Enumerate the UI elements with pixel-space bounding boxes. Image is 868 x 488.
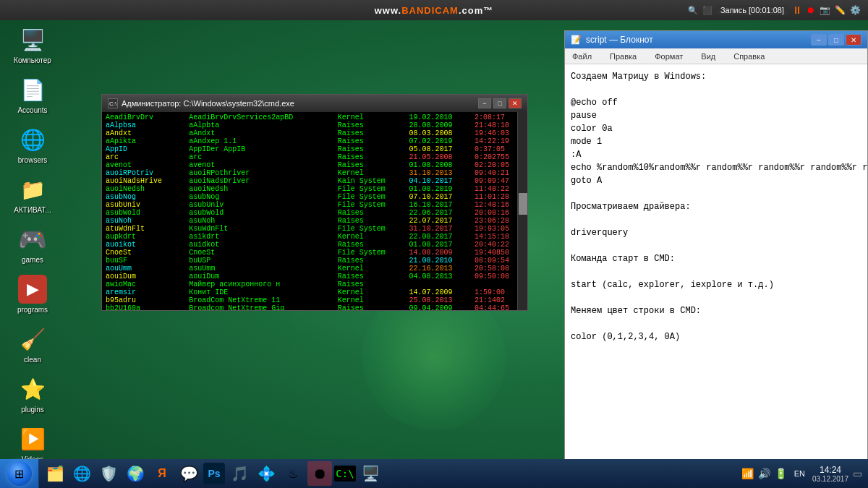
cmd-titlebar[interactable]: C:\ Администратор: C:\Windows\system32\c… [102,95,527,112]
notepad-title: 📝 script — Блокнот [571,35,653,45]
table-row: buuSF buUSP Raises 21.08.2010 08:09:54 [103,257,526,265]
menu-file[interactable]: Файл [569,51,595,62]
table-row: b95adru BroadCom NetXtreme 11 Kernel 25.… [103,296,526,304]
table-row: asubUniv asubUniv File System 16.10.2017… [103,201,526,209]
table-row: AppID AppIDer AppIB Raises 05.08.2017 0:… [103,145,526,153]
cmd-content: AeadiBrvDrv AeadiBrvDrvServices2apBD Ker… [102,112,527,310]
table-row: awioMac Майвер асинхронного н Raises [103,281,526,288]
lang-indicator[interactable]: EN [791,468,808,479]
cmd-scrollbar[interactable] [517,112,527,310]
computer-label: Компьютер [14,56,51,64]
cmd-window-buttons: − □ ✕ [478,98,522,108]
taskbar-right: 📶 🔊 🔋 EN 14:24 03.12.2017 ▭ [736,465,868,483]
games-label: games [22,256,43,264]
clean-label: clean [24,356,41,364]
browsers-icon: 🌐 [18,125,47,154]
cmd-window: C:\ Администратор: C:\Windows\system32\c… [101,94,528,311]
table-row: CnoeSt CnoeSt File System 14.08.2009 19:… [103,249,526,257]
table-row: asubWold asubWold Raises 22.06.2017 20:0… [103,209,526,217]
taskbar-icon-folder[interactable]: 🖥️ [358,461,383,486]
notepad-titlebar[interactable]: 📝 script — Блокнот − □ ✕ [565,31,867,48]
desktop-icon-videos[interactable]: ▶️ Videos [7,424,58,463]
taskbar-icon-chrome[interactable]: 🌍 [123,461,148,486]
table-row: bb2U160a Broadcom NetXtreme Gig Raises 0… [103,304,526,310]
notepad-window-buttons: − □ ✕ [811,34,861,46]
bandicam-controls: 🔍 ⬛ Запись [00:01:08] ⏸ ⏺ 📷 ✏️ ⚙️ [688,4,861,16]
table-row: asuNoh asuNoh Raises 22.07.2017 23:06:28 [103,217,526,225]
cmd-table: AeadiBrvDrv AeadiBrvDrvServices2apBD Ker… [103,114,526,310]
taskbar-icon-ps[interactable]: Ps [203,463,225,484]
taskbar-icon-explorer[interactable]: 🗂️ [43,461,67,486]
menu-help[interactable]: Справка [730,51,768,62]
computer-icon: 🖥️ [18,25,47,54]
desktop-icon-browsers[interactable]: 🌐 browsers [7,125,58,164]
clock-time: 14:24 [812,465,848,475]
table-row: aouUmm asuUmm Kernel 22.16.2013 20:58:08 [103,265,526,273]
start-orb: ⊞ [7,461,32,486]
taskbar: ⊞ 🗂️ 🌐 🛡️ 🌍 Я 💬 Ps 🎵 💠 ♨ ⏺ C:\ 🖥️ 📶 🔊 🔋 … [0,459,868,488]
tray-icon-volume: 🔊 [758,468,770,479]
cmd-scroll-thumb[interactable] [519,193,527,215]
desktop-icon-clean[interactable]: 🧹 clean [7,325,58,364]
table-row: arc arc Raises 21.05.2008 0:202755 [103,153,526,161]
cmd-close-button[interactable]: ✕ [509,98,522,108]
table-row: asubNog asubNog File System 07.10.2017 1… [103,193,526,201]
cmd-minimize-button[interactable]: − [478,98,491,108]
activate-icon: 📁 [18,175,47,204]
taskbar-icon-record[interactable]: ⏺ [307,461,332,486]
table-row: auoiNedsh auoiNedsh File System 01.08.20… [103,185,526,193]
taskbar-icon-ie[interactable]: 🌐 [69,461,94,486]
notepad-content[interactable]: Создаем Матрицу в Windows: @echo off pau… [565,64,867,463]
menu-format[interactable]: Формат [651,51,686,62]
desktop-icon-games[interactable]: 🎮 games [7,225,58,264]
table-row: aouiDum aouiDum Raises 04.08.2013 09:50:… [103,273,526,281]
taskbar-icon-cmd[interactable]: C:\ [334,466,356,481]
desktop-icon-plugins[interactable]: ⭐ plugins [7,374,58,414]
taskbar-icon-security[interactable]: 🛡️ [96,461,121,486]
cmd-icon: C:\ [108,98,118,108]
menu-edit[interactable]: Правка [606,51,640,62]
table-row: auoiRPotriv auoiRPothriver Kernel 31.10.… [103,169,526,177]
cmd-maximize-button[interactable]: □ [493,98,506,108]
table-row: aremsir Конит IDE Kernel 14.07.2009 1:59… [103,288,526,296]
tray-icon-network: 📶 [741,468,754,479]
notepad-window: 📝 script — Блокнот − □ ✕ Файл Правка Фор… [564,30,868,479]
games-icon: 🎮 [18,225,47,254]
start-button[interactable]: ⊞ [0,459,39,488]
notepad-close-button[interactable]: ✕ [846,34,861,46]
record-time: Запись [00:01:08] [717,5,788,15]
table-row: aApikta aAndxep 1.1 Raises 07.02.2019 14… [103,137,526,145]
accounts-label: Accounts [17,106,47,114]
videos-icon: ▶️ [18,424,47,453]
menu-view[interactable]: Вид [697,51,719,62]
taskbar-icon-steam[interactable]: ♨ [281,461,305,486]
desktop-icon-activate[interactable]: 📁 АКТИВАТ... [7,175,58,214]
desktop-icon-accounts[interactable]: 📄 Accounts [7,75,58,114]
clock[interactable]: 14:24 03.12.2017 [812,465,848,483]
desktop-icon-programs[interactable]: ▶ programs [7,275,58,314]
taskbar-pinned-items: 🗂️ 🌐 🛡️ 🌍 Я 💬 Ps 🎵 💠 ♨ ⏺ C:\ 🖥️ [39,461,736,486]
notepad-maximize-button[interactable]: □ [828,34,844,46]
desktop-icon-computer[interactable]: 🖥️ Компьютер [7,25,58,64]
table-row: auoikot auidkot Raises 01.08.2017 20:40:… [103,241,526,249]
tray-show-desktop[interactable]: ▭ [853,468,862,479]
notepad-minimize-button[interactable]: − [811,34,827,46]
programs-label: programs [17,306,48,314]
taskbar-icon-app1[interactable]: 🎵 [227,461,252,486]
accounts-icon: 📄 [18,75,47,104]
plugins-icon: ⭐ [18,374,47,403]
table-row: aupkdrt asikdrt Kernel 22.08.2017 14:15:… [103,233,526,241]
cmd-title: C:\ Администратор: C:\Windows\system32\c… [108,98,294,108]
desktop: www.BANDICAM.com™ 🔍 ⬛ Запись [00:01:08] … [0,0,868,488]
tray-icon-battery: 🔋 [775,468,787,479]
notepad-menubar: Файл Правка Формат Вид Справка [565,48,867,64]
windows-logo-icon: ⊞ [14,467,24,481]
taskbar-icon-yandex[interactable]: Я [150,461,174,486]
table-row: avenot avenot Raises 01.08.2008 02:20:05 [103,161,526,169]
desktop-icons: 🖥️ Компьютер 📄 Accounts 🌐 browsers 📁 АКТ… [7,25,58,488]
activate-label: АКТИВАТ... [14,206,51,214]
table-row: aAlpbsa aAlpbta Raises 28.08.2009 21:48:… [103,121,526,129]
taskbar-icon-discord[interactable]: 💠 [254,461,278,486]
taskbar-icon-skype[interactable]: 💬 [176,461,201,486]
bandicam-url: www.BANDICAM.com™ [375,5,494,16]
